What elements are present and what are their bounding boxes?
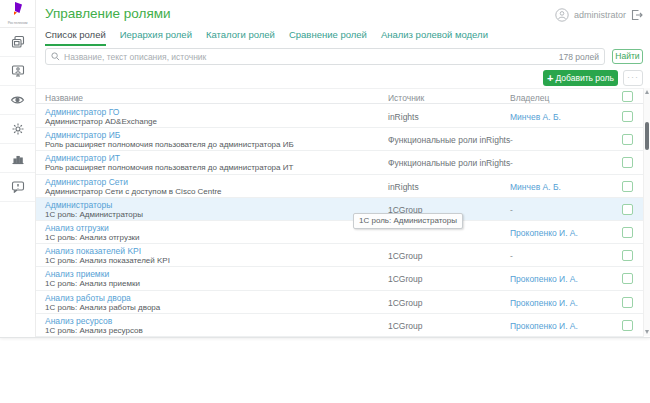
add-role-label: Добавить роль — [555, 73, 614, 83]
sidebar-item-roles[interactable] — [0, 28, 35, 57]
row-checkbox[interactable] — [622, 204, 633, 215]
role-name-link[interactable]: Администраторы — [45, 200, 112, 210]
sidebar: Ростелеком — [0, 0, 36, 337]
table-row[interactable]: Администратор ИБ Роль расширяет полномоч… — [36, 128, 644, 151]
sidebar-item-workstations[interactable] — [0, 57, 35, 86]
role-source: Функциональные роли inRights — [388, 135, 510, 145]
role-name-link[interactable]: Анализ приемки — [45, 269, 109, 279]
role-description: Роль расширяет полномочия пользователя д… — [45, 163, 293, 172]
row-checkbox[interactable] — [622, 297, 633, 308]
role-owner-link[interactable]: Прокопенко И. А. — [510, 321, 578, 331]
row-checkbox[interactable] — [622, 134, 633, 145]
add-role-button[interactable]: +Добавить роль — [543, 70, 618, 86]
search-input[interactable]: Название, текст описания, источник 178 р… — [45, 48, 605, 65]
role-description: Роль расширяет полномочия пользователя д… — [45, 140, 294, 149]
logout-icon[interactable] — [631, 9, 643, 21]
user-name: administrator — [574, 10, 626, 20]
sidebar-item-feedback[interactable] — [0, 173, 35, 202]
row-checkbox[interactable] — [622, 320, 633, 331]
role-source: 1CGroup — [388, 251, 423, 261]
role-owner-link[interactable]: Прокопенко И. А. — [510, 298, 578, 308]
windows-icon — [11, 35, 25, 49]
role-description: 1С роль: Анализ отгрузки — [45, 233, 140, 242]
tab-role-catalogs[interactable]: Каталоги ролей — [206, 29, 275, 46]
column-header-owner: Владелец — [510, 93, 549, 103]
plus-icon: + — [547, 72, 553, 84]
role-owner: - — [510, 205, 513, 215]
table-row[interactable]: Анализ приемки 1С роль: Анализ приемки 1… — [36, 267, 644, 290]
role-owner-link[interactable]: Прокопенко И. А. — [510, 274, 578, 284]
role-source: inRights — [388, 182, 419, 192]
row-checkbox[interactable] — [622, 157, 633, 168]
select-all-checkbox[interactable] — [622, 91, 633, 102]
tab-role-list[interactable]: Список ролей — [45, 29, 106, 46]
role-source: Функциональные роли inRights — [388, 158, 510, 168]
role-name-link[interactable]: Администратор ГО — [45, 107, 119, 117]
role-owner: - — [510, 158, 513, 168]
role-description: Администратор Сети с доступом в Cisco Ce… — [45, 187, 222, 196]
scrollbar-down-arrow[interactable] — [645, 330, 649, 334]
page-title: Управление ролями — [45, 6, 171, 21]
search-placeholder: Название, текст описания, источник — [64, 52, 559, 62]
tab-role-comparison[interactable]: Сравнение ролей — [289, 29, 367, 46]
user-block: administrator — [555, 8, 643, 22]
role-owner: - — [510, 135, 513, 145]
role-name-link[interactable]: Анализ показателей KPI — [45, 246, 141, 256]
scrollbar-thumb[interactable] — [645, 122, 649, 150]
more-actions-button[interactable]: ··· — [623, 70, 643, 86]
role-description: 1С роль: Анализ ресурсов — [45, 326, 143, 335]
row-checkbox[interactable] — [622, 250, 633, 261]
gear-icon — [11, 122, 25, 136]
table-row-hovered[interactable]: Администраторы 1С роль: Администраторы 1… — [36, 198, 644, 221]
scrollbar-up-arrow[interactable] — [645, 90, 649, 94]
table-row[interactable]: Администратор ГО Администратор AD&Exchan… — [36, 105, 644, 128]
role-source: 1CGroup — [388, 298, 423, 308]
app-window: Ростелеком — [0, 0, 650, 338]
role-description: 1С роль: Анализ показателей KPI — [45, 256, 170, 265]
row-checkbox[interactable] — [622, 181, 633, 192]
role-source: 1CGroup — [388, 321, 423, 331]
main-area: Управление ролями administrator Список р… — [36, 0, 650, 337]
role-name-link[interactable]: Анализ отгрузки — [45, 223, 109, 233]
role-owner-link[interactable]: Прокопенко И. А. — [510, 228, 578, 238]
ellipsis-icon: ··· — [627, 72, 639, 82]
role-name-link[interactable]: Администратор ИБ — [45, 130, 120, 140]
table-row[interactable]: Администратор ИТ Роль расширяет полномоч… — [36, 151, 644, 174]
user-avatar-icon — [555, 8, 569, 22]
tab-role-model-analysis[interactable]: Анализ ролевой модели — [381, 29, 488, 46]
role-name-link[interactable]: Администратор Сети — [45, 177, 128, 187]
column-header-name: Название — [45, 93, 83, 103]
row-checkbox[interactable] — [622, 273, 633, 284]
sidebar-item-monitoring[interactable] — [0, 86, 35, 115]
brand-name: Ростелеком — [2, 21, 34, 25]
role-owner-link[interactable]: Минчев А. Б. — [510, 182, 561, 192]
row-checkbox[interactable] — [622, 111, 633, 122]
sidebar-item-settings[interactable] — [0, 115, 35, 144]
search-icon — [51, 52, 60, 61]
role-name-link[interactable]: Анализ ресурсов — [45, 316, 112, 326]
sidebar-item-analytics[interactable] — [0, 144, 35, 173]
table-row[interactable]: Анализ ресурсов 1С роль: Анализ ресурсов… — [36, 314, 644, 337]
table-row[interactable]: Анализ отгрузки 1С роль: Анализ отгрузки… — [36, 221, 644, 244]
table-row[interactable]: Анализ показателей KPI 1С роль: Анализ п… — [36, 244, 644, 267]
role-description: 1С роль: Анализ работы двора — [45, 303, 160, 312]
row-checkbox[interactable] — [622, 227, 633, 238]
vertical-scrollbar[interactable] — [643, 88, 650, 336]
role-owner-link[interactable]: Минчев А. Б. — [510, 112, 561, 122]
role-name-link[interactable]: Анализ работы двора — [45, 293, 131, 303]
roles-table: Администратор ГО Администратор AD&Exchan… — [36, 105, 644, 337]
chart-icon — [11, 152, 25, 165]
tab-role-hierarchy[interactable]: Иерархия ролей — [120, 29, 192, 46]
table-row[interactable]: Анализ работы двора 1С роль: Анализ рабо… — [36, 291, 644, 314]
eye-icon — [10, 94, 25, 106]
feedback-icon — [11, 180, 25, 194]
role-description: 1С роль: Администраторы — [45, 210, 143, 219]
table-row[interactable]: Администратор Сети Администратор Сети с … — [36, 175, 644, 198]
monitor-user-icon — [11, 64, 25, 78]
table-header: Название Источник Владелец — [36, 88, 644, 104]
role-name-link[interactable]: Администратор ИТ — [45, 153, 120, 163]
role-description: Администратор AD&Exchange — [45, 117, 157, 126]
brand-logo[interactable]: Ростелеком — [0, 0, 35, 28]
find-button[interactable]: Найти — [612, 49, 643, 64]
tab-bar: Список ролей Иерархия ролей Каталоги рол… — [45, 29, 488, 46]
